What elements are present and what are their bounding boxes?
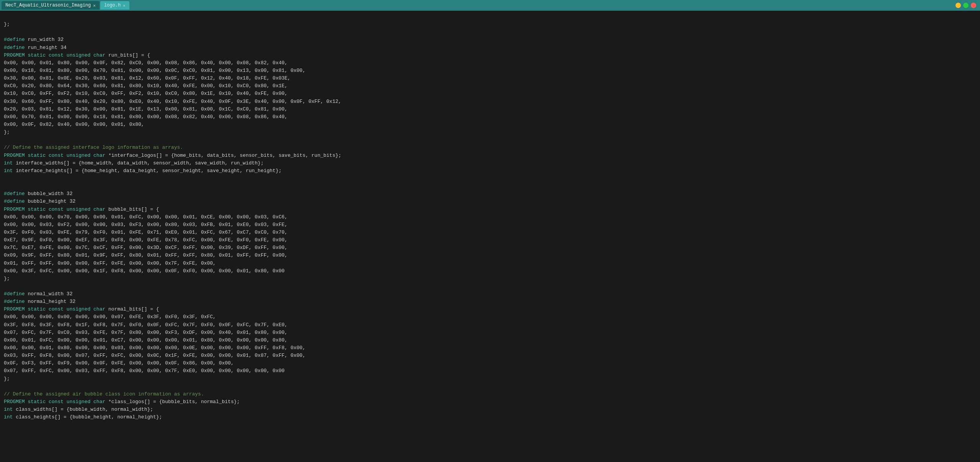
tab-active-label: NecT_Aquatic_Ultrasonic_Imaging [5, 3, 91, 8]
code-editor[interactable]: }; #define run_width 32 #define run_heig… [0, 11, 980, 462]
tab-inactive-label: logo.h [104, 3, 121, 8]
window-controls: − □ ✕ [956, 3, 978, 8]
minimize-button[interactable]: − [956, 3, 961, 8]
maximize-button[interactable]: □ [963, 3, 969, 8]
tab-inactive[interactable]: logo.h ✕ [100, 1, 129, 10]
tab-active[interactable]: NecT_Aquatic_Ultrasonic_Imaging ✕ [2, 1, 100, 10]
code-content: }; #define run_width 32 #define run_heig… [4, 21, 976, 421]
app-window: NecT_Aquatic_Ultrasonic_Imaging ✕ logo.h… [0, 0, 980, 462]
close-button[interactable]: ✕ [971, 3, 976, 8]
tab-inactive-close[interactable]: ✕ [123, 3, 126, 8]
tab-bar: NecT_Aquatic_Ultrasonic_Imaging ✕ logo.h… [0, 0, 980, 11]
tab-active-close[interactable]: ✕ [93, 3, 96, 8]
